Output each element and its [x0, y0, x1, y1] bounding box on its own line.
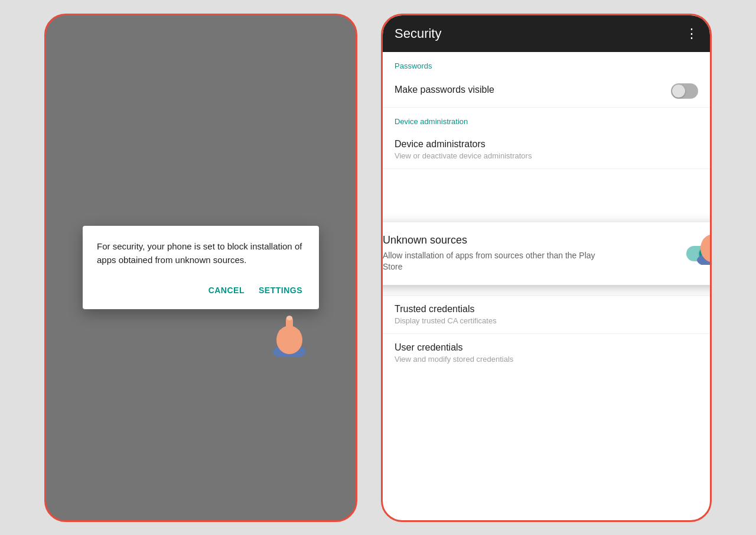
- device-administrators-desc: View or deactivate device administrators: [395, 151, 532, 160]
- dialog-buttons: CANCEL SETTINGS: [97, 281, 305, 300]
- svg-rect-10: [703, 238, 709, 251]
- security-title: Security: [395, 26, 441, 41]
- cancel-button[interactable]: CANCEL: [206, 281, 247, 300]
- right-phone: Security ⋮ Passwords Make passwords visi…: [381, 14, 712, 522]
- security-dialog: For security, your phone is set to block…: [83, 226, 319, 309]
- make-passwords-visible-label: Make passwords visible: [395, 85, 494, 95]
- more-icon[interactable]: ⋮: [685, 26, 698, 41]
- trusted-credentials-desc: Display trusted CA certificates: [395, 316, 497, 325]
- make-passwords-visible-item[interactable]: Make passwords visible: [383, 75, 710, 108]
- hand-cursor-right: [690, 212, 710, 267]
- security-content: Passwords Make passwords visible Device …: [383, 52, 710, 521]
- trusted-credentials-label: Trusted credentials: [395, 304, 497, 314]
- dialog-message: For security, your phone is set to block…: [97, 240, 305, 267]
- svg-rect-5: [279, 329, 285, 342]
- security-header: Security ⋮: [383, 15, 710, 52]
- user-credentials-desc: View and modify stored credentials: [395, 355, 513, 364]
- unknown-sources-card: Unknown sources Allow installation of ap…: [383, 222, 710, 285]
- user-credentials-item[interactable]: User credentials View and modify stored …: [383, 334, 710, 372]
- settings-button[interactable]: SETTINGS: [256, 281, 305, 300]
- make-passwords-toggle[interactable]: [671, 83, 698, 99]
- trusted-credentials-item[interactable]: Trusted credentials Display trusted CA c…: [383, 296, 710, 334]
- hand-cursor-left: [266, 303, 301, 345]
- device-administrators-item[interactable]: Device administrators View or deactivate…: [383, 131, 710, 169]
- section-device-admin: Device administration: [383, 108, 710, 131]
- unknown-sources-desc: Allow installation of apps from sources …: [383, 250, 607, 273]
- svg-point-6: [286, 316, 292, 320]
- unknown-sources-title: Unknown sources: [383, 234, 607, 247]
- section-passwords: Passwords: [383, 52, 710, 75]
- svg-rect-4: [294, 329, 300, 342]
- left-phone: For security, your phone is set to block…: [44, 14, 357, 522]
- user-credentials-label: User credentials: [395, 342, 513, 353]
- device-administrators-label: Device administrators: [395, 139, 532, 150]
